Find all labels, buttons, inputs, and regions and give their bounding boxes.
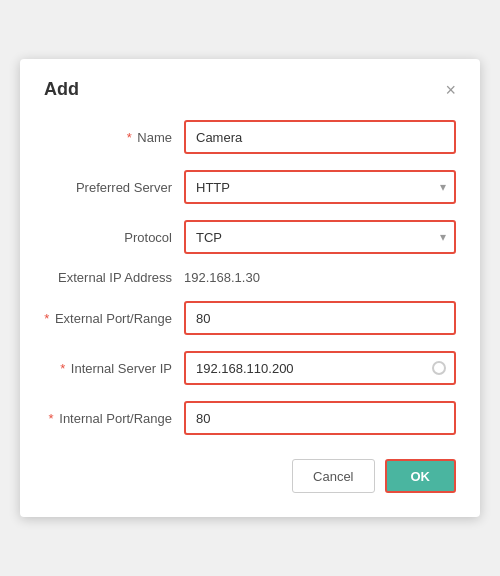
external-port-label: * External Port/Range bbox=[44, 311, 184, 326]
name-required-star: * bbox=[127, 130, 132, 145]
protocol-row: Protocol TCP UDP ▾ bbox=[44, 220, 456, 254]
internal-port-label: * Internal Port/Range bbox=[44, 411, 184, 426]
preferred-server-label: Preferred Server bbox=[44, 180, 184, 195]
dialog-footer: Cancel OK bbox=[44, 459, 456, 493]
add-dialog: Add × * Name Preferred Server HTTP HTTPS… bbox=[20, 59, 480, 517]
name-row: * Name bbox=[44, 120, 456, 154]
external-port-required-star: * bbox=[44, 311, 49, 326]
close-button[interactable]: × bbox=[445, 81, 456, 99]
protocol-label: Protocol bbox=[44, 230, 184, 245]
protocol-select-wrapper: TCP UDP ▾ bbox=[184, 220, 456, 254]
external-ip-value: 192.168.1.30 bbox=[184, 270, 260, 285]
external-ip-label: External IP Address bbox=[44, 270, 184, 285]
internal-port-input[interactable] bbox=[184, 401, 456, 435]
dialog-title: Add bbox=[44, 79, 79, 100]
internal-server-ip-label: * Internal Server IP bbox=[44, 361, 184, 376]
preferred-server-row: Preferred Server HTTP HTTPS ▾ bbox=[44, 170, 456, 204]
internal-server-ip-row: * Internal Server IP bbox=[44, 351, 456, 385]
external-port-row: * External Port/Range bbox=[44, 301, 456, 335]
internal-server-ip-input[interactable] bbox=[184, 351, 456, 385]
dialog-header: Add × bbox=[44, 79, 456, 100]
ok-button[interactable]: OK bbox=[385, 459, 457, 493]
preferred-server-select-wrapper: HTTP HTTPS ▾ bbox=[184, 170, 456, 204]
internal-server-ip-icon bbox=[432, 361, 446, 375]
name-input[interactable] bbox=[184, 120, 456, 154]
internal-server-ip-required-star: * bbox=[60, 361, 65, 376]
preferred-server-select[interactable]: HTTP HTTPS bbox=[184, 170, 456, 204]
internal-port-row: * Internal Port/Range bbox=[44, 401, 456, 435]
name-label: * Name bbox=[44, 130, 184, 145]
external-ip-row: External IP Address 192.168.1.30 bbox=[44, 270, 456, 285]
cancel-button[interactable]: Cancel bbox=[292, 459, 374, 493]
protocol-select[interactable]: TCP UDP bbox=[184, 220, 456, 254]
external-port-input[interactable] bbox=[184, 301, 456, 335]
internal-server-ip-input-wrapper bbox=[184, 351, 456, 385]
internal-port-required-star: * bbox=[49, 411, 54, 426]
